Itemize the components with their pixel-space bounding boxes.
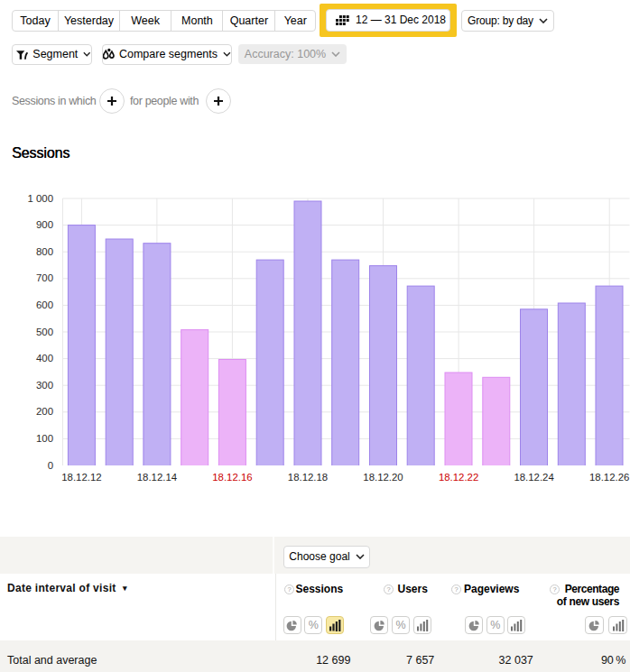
svg-text:?: ? <box>454 585 458 594</box>
svg-text:?: ? <box>287 585 291 594</box>
svg-text:200: 200 <box>36 406 53 417</box>
svg-text:100: 100 <box>36 433 53 444</box>
svg-text:300: 300 <box>36 380 53 391</box>
svg-text:18.12.16: 18.12.16 <box>212 472 252 483</box>
svg-text:18.12.18: 18.12.18 <box>288 472 328 483</box>
svg-text:700: 700 <box>36 272 53 283</box>
svg-text:900: 900 <box>36 219 53 230</box>
svg-text:500: 500 <box>36 327 53 337</box>
svg-text:18.12.14: 18.12.14 <box>137 472 177 483</box>
svg-text:18.12.26: 18.12.26 <box>589 472 629 483</box>
svg-text:18.12.24: 18.12.24 <box>514 472 553 483</box>
svg-text:18.12.20: 18.12.20 <box>363 472 403 483</box>
svg-text:0: 0 <box>48 460 53 471</box>
svg-text:400: 400 <box>36 353 53 364</box>
svg-text:?: ? <box>386 585 390 594</box>
svg-text:800: 800 <box>36 246 53 257</box>
svg-text:1 000: 1 000 <box>27 193 53 204</box>
svg-text:?: ? <box>552 585 556 594</box>
svg-text:18.12.12: 18.12.12 <box>61 472 101 483</box>
svg-text:600: 600 <box>36 299 53 310</box>
svg-text:18.12.22: 18.12.22 <box>439 472 478 483</box>
